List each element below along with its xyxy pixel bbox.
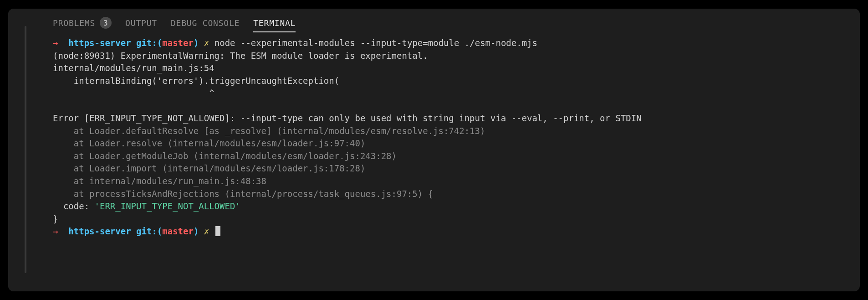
error-code-line: code: 'ERR_INPUT_TYPE_NOT_ALLOWED' (53, 201, 240, 211)
tab-terminal-label: TERMINAL (253, 18, 296, 28)
tab-debug-label: DEBUG CONSOLE (171, 18, 240, 28)
prompt-git-label: git: (136, 226, 157, 236)
tab-problems[interactable]: PROBLEMS 3 (53, 17, 112, 29)
tab-output-label: OUTPUT (125, 18, 157, 28)
error-code-key: code: (53, 201, 95, 211)
stack-trace-line: at Loader.getModuleJob (internal/modules… (53, 151, 397, 161)
panel-gutter (8, 9, 26, 291)
terminal-command: node --experimental-modules --input-type… (214, 38, 537, 48)
prompt-paren-open: ( (157, 38, 162, 48)
output-line: internal/modules/run_main.js:54 (53, 63, 214, 73)
output-line: } (53, 214, 58, 224)
prompt-arrow-icon: → (53, 38, 58, 48)
gutter-bar (25, 26, 26, 273)
terminal-panel: PROBLEMS 3 OUTPUT DEBUG CONSOLE TERMINAL… (8, 9, 860, 291)
prompt-directory: https-server (68, 38, 131, 48)
tab-problems-label: PROBLEMS (53, 18, 95, 28)
stack-trace-line: at Loader.defaultResolve [as _resolve] (… (53, 126, 485, 136)
prompt-paren-open: ( (157, 226, 162, 236)
output-error-line: Error [ERR_INPUT_TYPE_NOT_ALLOWED]: --in… (53, 113, 642, 123)
problems-count-badge: 3 (100, 17, 112, 29)
prompt-arrow-icon: → (53, 226, 58, 236)
panel-content: PROBLEMS 3 OUTPUT DEBUG CONSOLE TERMINAL… (36, 9, 860, 238)
prompt-line-1: → https-server git:(master) ✗ node --exp… (53, 38, 537, 48)
tab-debug-console[interactable]: DEBUG CONSOLE (171, 18, 240, 28)
terminal-cursor (215, 226, 220, 236)
prompt-branch: master (162, 38, 194, 48)
tab-terminal[interactable]: TERMINAL (253, 18, 296, 28)
prompt-paren-close: ) (194, 38, 199, 48)
stack-trace-line: at internal/modules/run_main.js:48:38 (53, 176, 266, 186)
tab-output[interactable]: OUTPUT (125, 18, 157, 28)
output-line: ^ (53, 88, 214, 98)
prompt-directory: https-server (68, 226, 131, 236)
stack-trace-line: at Loader.resolve (internal/modules/esm/… (53, 138, 365, 148)
prompt-git-label: git: (136, 38, 157, 48)
stack-trace-line: at Loader.import (internal/modules/esm/l… (53, 163, 365, 173)
output-line: (node:89031) ExperimentalWarning: The ES… (53, 51, 428, 61)
terminal-output[interactable]: → https-server git:(master) ✗ node --exp… (36, 37, 860, 238)
prompt-line-2: → https-server git:(master) ✗ (53, 226, 220, 236)
prompt-branch: master (162, 226, 194, 236)
output-line: internalBinding('errors').triggerUncaugh… (53, 76, 339, 86)
panel-tabs: PROBLEMS 3 OUTPUT DEBUG CONSOLE TERMINAL (36, 17, 860, 37)
dirty-icon: ✗ (204, 38, 209, 48)
error-code-value: 'ERR_INPUT_TYPE_NOT_ALLOWED' (95, 201, 240, 211)
stack-trace-line: at processTicksAndRejections (internal/p… (53, 189, 433, 199)
dirty-icon: ✗ (204, 226, 209, 236)
prompt-paren-close: ) (194, 226, 199, 236)
